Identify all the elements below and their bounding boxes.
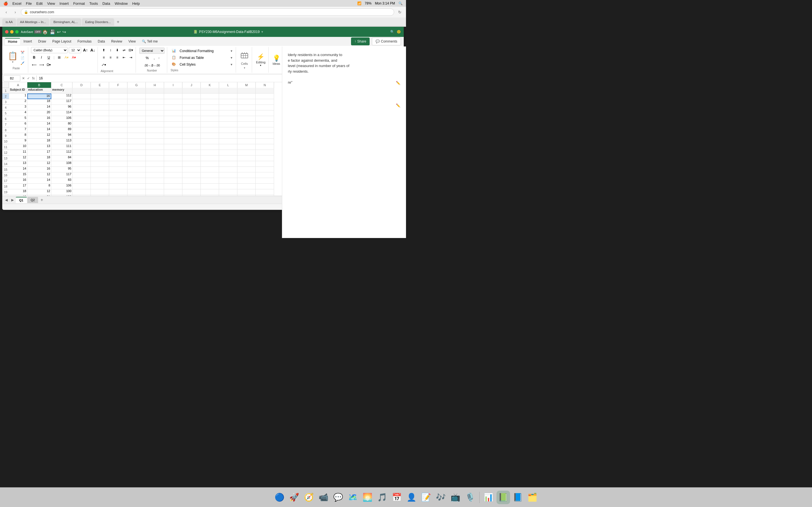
cell-12-0[interactable]: 11 (9, 150, 28, 156)
sheet-scroll-right[interactable]: ▶ (10, 197, 15, 203)
cell-16-12[interactable] (238, 172, 256, 178)
col-header-H[interactable]: H (146, 82, 164, 88)
cell-6-2[interactable]: 106 (51, 116, 72, 122)
search-icon[interactable]: 🔍 (398, 1, 403, 5)
header-cell-12[interactable] (238, 88, 256, 94)
align-left-button[interactable]: ≡ (101, 54, 107, 61)
editing-button[interactable]: ⚡ Editing ▾ (255, 52, 267, 68)
apple-menu[interactable]: 🍎 (3, 1, 8, 6)
cell-4-0[interactable]: 3 (9, 105, 28, 110)
cell-5-10[interactable] (201, 110, 219, 116)
cell-9-11[interactable] (219, 133, 238, 138)
browser-tab-3[interactable]: Eating Disorders... (82, 18, 114, 25)
cell-reference-input[interactable] (3, 75, 20, 81)
share-button[interactable]: ↑ Share (351, 38, 370, 45)
cell-6-13[interactable] (256, 116, 274, 122)
italic-button[interactable]: I (38, 54, 45, 61)
forward-button[interactable]: › (12, 9, 18, 15)
cell-6-12[interactable] (238, 116, 256, 122)
row-header-4[interactable]: 4 (2, 105, 9, 110)
cell-19-8[interactable] (164, 189, 183, 195)
decrease-font-button[interactable]: A↓ (90, 47, 96, 53)
cell-11-8[interactable] (164, 144, 183, 150)
row-header-18[interactable]: 18 (2, 184, 9, 189)
cell-10-9[interactable] (183, 138, 201, 144)
cell-17-10[interactable] (201, 178, 219, 184)
cell-9-7[interactable] (146, 133, 164, 138)
cell-8-5[interactable] (109, 127, 128, 133)
cell-6-10[interactable] (201, 116, 219, 122)
cell-18-3[interactable] (72, 184, 91, 189)
cell-2-6[interactable] (128, 94, 146, 99)
cell-14-7[interactable] (146, 161, 164, 167)
cell-19-12[interactable] (238, 189, 256, 195)
menu-view[interactable]: View (47, 1, 55, 6)
cell-10-1[interactable]: 18 (28, 138, 51, 144)
cell-4-3[interactable] (72, 105, 91, 110)
cell-15-11[interactable] (219, 167, 238, 172)
cell-5-7[interactable] (146, 110, 164, 116)
cell-17-6[interactable] (128, 178, 146, 184)
cell-10-6[interactable] (128, 138, 146, 144)
cell-11-3[interactable] (72, 144, 91, 150)
cell-14-4[interactable] (91, 161, 109, 167)
cell-17-11[interactable] (219, 178, 238, 184)
tab-page-layout[interactable]: Page Layout (49, 38, 74, 45)
cell-2-10[interactable] (201, 94, 219, 99)
cell-14-1[interactable]: 12 (28, 161, 51, 167)
cell-19-13[interactable] (256, 189, 274, 195)
cell-15-8[interactable] (164, 167, 183, 172)
cell-8-8[interactable] (164, 127, 183, 133)
redo-icon[interactable]: ↪ (62, 29, 66, 35)
tab-tell-me[interactable]: 🔍 Tell me (139, 38, 160, 45)
format-painter-button[interactable]: 🖌️ (19, 61, 26, 66)
col-header-C[interactable]: C (51, 82, 72, 88)
cell-2-7[interactable] (146, 94, 164, 99)
cell-16-3[interactable] (72, 172, 91, 178)
insert-function-icon[interactable]: fx (32, 76, 35, 80)
cell-9-8[interactable] (164, 133, 183, 138)
cell-7-10[interactable] (201, 122, 219, 127)
cell-13-1[interactable]: 18 (28, 156, 51, 161)
cell-4-11[interactable] (219, 105, 238, 110)
cell-17-1[interactable]: 14 (28, 178, 51, 184)
col-header-E[interactable]: E (91, 82, 109, 88)
cell-8-3[interactable] (72, 127, 91, 133)
cell-12-10[interactable] (201, 150, 219, 156)
row-header-17[interactable]: 17 (2, 178, 9, 184)
cell-7-1[interactable]: 14 (28, 122, 51, 127)
cell-12-3[interactable] (72, 150, 91, 156)
cell-8-7[interactable] (146, 127, 164, 133)
cell-6-8[interactable] (164, 116, 183, 122)
cell-3-0[interactable]: 2 (9, 99, 28, 105)
cell-13-2[interactable]: 84 (51, 156, 72, 161)
cell-11-4[interactable] (91, 144, 109, 150)
cell-4-8[interactable] (164, 105, 183, 110)
cell-18-1[interactable]: 8 (28, 184, 51, 189)
cell-9-2[interactable]: 94 (51, 133, 72, 138)
increase-font-button[interactable]: A↑ (82, 47, 89, 53)
tab-formulas[interactable]: Formulas (75, 38, 94, 45)
cell-4-12[interactable] (238, 105, 256, 110)
cell-10-4[interactable] (91, 138, 109, 144)
header-cell-9[interactable] (183, 88, 201, 94)
cell-2-9[interactable] (183, 94, 201, 99)
cell-19-7[interactable] (146, 189, 164, 195)
align-bottom-button[interactable]: ⬇ (114, 47, 120, 53)
tab-review[interactable]: Review (108, 38, 125, 45)
cell-19-4[interactable] (91, 189, 109, 195)
cell-5-12[interactable] (238, 110, 256, 116)
header-cell-8[interactable] (164, 88, 183, 94)
increase-decimal-button[interactable]: .0→.00 (152, 62, 158, 68)
sheet-scroll-left[interactable]: ◀ (3, 197, 9, 203)
cell-12-12[interactable] (238, 150, 256, 156)
cell-14-9[interactable] (183, 161, 201, 167)
cell-14-2[interactable]: 108 (51, 161, 72, 167)
cell-13-0[interactable]: 12 (9, 156, 28, 161)
cell-6-11[interactable] (219, 116, 238, 122)
font-color-button[interactable]: A▾ (71, 54, 77, 61)
comma-button[interactable]: , (151, 55, 157, 61)
cell-3-10[interactable] (201, 99, 219, 105)
cell-19-3[interactable] (72, 189, 91, 195)
cell-17-13[interactable] (256, 178, 274, 184)
